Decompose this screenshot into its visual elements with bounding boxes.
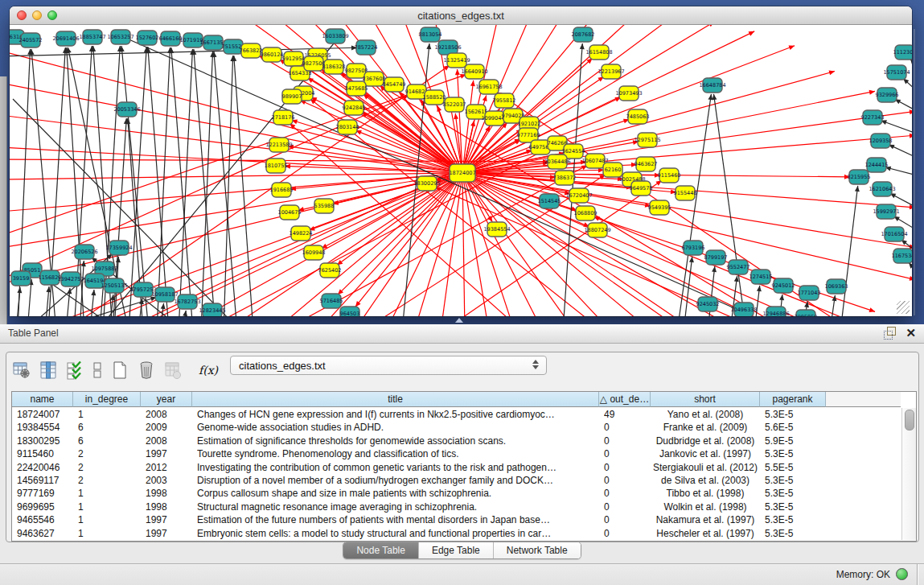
table-cell[interactable]: 5.3E-5 xyxy=(765,474,824,487)
graph-edge[interactable] xyxy=(840,186,858,316)
table-cell[interactable]: Estimation of significance thresholds fo… xyxy=(197,435,598,447)
column-header-title[interactable]: title xyxy=(192,392,599,407)
table-cell[interactable]: Tibbo et al. (1998) xyxy=(651,487,760,500)
scrollbar-thumb[interactable] xyxy=(905,410,914,431)
table-cell[interactable]: 0 xyxy=(604,527,649,540)
table-cell[interactable]: 1997 xyxy=(146,527,191,540)
table-cell[interactable]: 5.3E-5 xyxy=(765,513,824,526)
table-cell[interactable]: 0 xyxy=(604,435,649,447)
tab-edge-table[interactable]: Edge Table xyxy=(419,542,494,558)
table-cell[interactable]: 5.5E-5 xyxy=(765,461,824,474)
table-cell[interactable]: Jankovic et al. (1997) xyxy=(651,447,760,460)
table-cell[interactable]: 18724007 xyxy=(17,408,72,421)
table-cell[interactable]: 9115460 xyxy=(17,447,72,460)
tab-network-table[interactable]: Network Table xyxy=(494,542,581,558)
table-row[interactable]: 1938455462009Genome-wide association stu… xyxy=(12,421,901,434)
float-window-icon[interactable] xyxy=(884,327,896,339)
table-selector-dropdown[interactable]: citations_edges.txt xyxy=(230,356,547,375)
table-row[interactable]: 911546021997Tourette syndrome. Phenomeno… xyxy=(12,447,901,460)
table-cell[interactable]: 0 xyxy=(604,487,649,500)
table-cell[interactable]: 49 xyxy=(604,408,649,421)
splitter-grip-icon[interactable] xyxy=(455,318,463,323)
table-cell[interactable]: 1 xyxy=(78,501,139,513)
table-cell[interactable]: Dudbridge et al. (2008) xyxy=(651,435,760,447)
table-cell[interactable]: 2008 xyxy=(146,435,191,447)
table-cell[interactable]: 2003 xyxy=(146,474,191,487)
window-resize-grip[interactable] xyxy=(897,301,910,314)
graph-edge[interactable] xyxy=(462,173,465,316)
table-cell[interactable]: Hescheler et al. (1997) xyxy=(651,527,760,540)
delete-table-icon[interactable] xyxy=(136,360,157,381)
function-builder-icon[interactable]: f(x) xyxy=(199,364,218,377)
table-row[interactable]: 969969511998Structural magnetic resonanc… xyxy=(12,501,901,513)
tab-node-table[interactable]: Node Table xyxy=(343,542,419,558)
table-cell[interactable]: Investigating the contribution of common… xyxy=(197,461,598,474)
table-cell[interactable]: Nakamura et al. (1997) xyxy=(651,513,760,526)
column-header-year[interactable]: year xyxy=(141,392,192,407)
table-cell[interactable]: 0 xyxy=(604,513,649,526)
table-cell[interactable]: Disruption of a novel member of a sodium… xyxy=(197,474,598,487)
table-cell[interactable]: Wolkin et al. (1998) xyxy=(651,501,760,513)
memory-status-indicator[interactable] xyxy=(896,568,908,580)
table-cell[interactable]: 1 xyxy=(78,408,139,421)
column-header-indegree[interactable]: in_degree xyxy=(73,392,141,407)
table-cell[interactable]: 9465546 xyxy=(17,513,72,526)
table-cell[interactable]: 2 xyxy=(78,447,139,460)
network-window-titlebar[interactable]: citations_edges.txt xyxy=(10,6,912,25)
table-cell[interactable]: 5.3E-5 xyxy=(765,408,824,421)
graph-edge[interactable] xyxy=(713,94,746,316)
table-cell[interactable]: Corpus callosum shape and size in male p… xyxy=(197,487,598,500)
table-cell[interactable]: 5.3E-5 xyxy=(765,447,824,460)
table-cell[interactable]: 0 xyxy=(604,461,649,474)
table-cell[interactable]: 2012 xyxy=(146,461,191,474)
graph-edge[interactable] xyxy=(179,49,192,316)
show-columns-icon[interactable] xyxy=(38,360,59,381)
table-cell[interactable]: 0 xyxy=(604,501,649,513)
table-cell[interactable]: 1998 xyxy=(146,501,191,513)
table-cell[interactable]: 5.3E-5 xyxy=(765,501,824,513)
table-cell[interactable]: 1 xyxy=(78,487,139,500)
graph-edge[interactable] xyxy=(194,49,216,316)
table-cell[interactable]: 2009 xyxy=(146,421,191,434)
table-cell[interactable]: 9463627 xyxy=(17,527,72,540)
table-cell[interactable]: 0 xyxy=(604,474,649,487)
table-cell[interactable]: 1997 xyxy=(146,513,191,526)
table-cell[interactable]: 5.3E-5 xyxy=(765,527,824,540)
table-cell[interactable]: 1997 xyxy=(146,447,191,460)
table-row[interactable]: 2242004622012Investigating the contribut… xyxy=(12,461,901,474)
table-cell[interactable]: 6 xyxy=(78,435,139,447)
table-cell[interactable]: 9699695 xyxy=(17,501,72,513)
table-cell[interactable]: 2 xyxy=(78,461,139,474)
network-window[interactable]: citations_edges.txt 16316240557220691406… xyxy=(10,6,912,316)
table-cell[interactable]: 1998 xyxy=(146,487,191,500)
close-icon[interactable]: ✕ xyxy=(906,327,916,339)
table-cell[interactable]: 5.3E-5 xyxy=(765,487,824,500)
table-cell[interactable]: 5.9E-5 xyxy=(765,435,824,447)
select-columns-icon[interactable] xyxy=(64,360,85,381)
table-cell[interactable]: 18300295 xyxy=(17,435,72,447)
graph-edge[interactable] xyxy=(462,173,912,248)
table-cell[interactable]: 1 xyxy=(78,527,139,540)
table-settings-icon[interactable] xyxy=(11,360,32,381)
column-header-short[interactable]: short xyxy=(651,392,760,407)
table-row[interactable]: 1456911722003Disruption of a novel membe… xyxy=(12,474,901,487)
graph-edge[interactable] xyxy=(10,51,462,173)
table-cell[interactable]: 22420046 xyxy=(17,461,72,474)
table-cell[interactable]: Estimation of the future numbers of pati… xyxy=(197,513,598,526)
table-cell[interactable]: 9777169 xyxy=(17,487,72,500)
column-header-name[interactable]: name xyxy=(12,392,73,407)
table-cell[interactable]: Structural magnetic resonance image aver… xyxy=(197,501,598,513)
table-cell[interactable]: 1 xyxy=(78,513,139,526)
table-cell[interactable]: 2 xyxy=(78,474,139,487)
table-cell[interactable]: Yano et al. (2008) xyxy=(651,408,760,421)
table-row[interactable]: 1830029562008Estimation of significance … xyxy=(12,435,901,447)
graph-edge[interactable] xyxy=(157,47,170,316)
table-cell[interactable]: 6 xyxy=(78,421,139,434)
table-cell[interactable]: de Silva et al. (2003) xyxy=(651,474,760,487)
table-cell[interactable]: Embryonic stem cells: a model to study s… xyxy=(197,527,598,540)
table-cell[interactable]: 0 xyxy=(604,447,649,460)
graph-edge[interactable] xyxy=(34,173,462,316)
table-row[interactable]: 1872400712008Changes of HCN gene express… xyxy=(12,408,901,421)
table-cell[interactable]: Tourette syndrome. Phenomenology and cla… xyxy=(197,447,598,460)
table-cell[interactable]: 19384554 xyxy=(17,421,72,434)
